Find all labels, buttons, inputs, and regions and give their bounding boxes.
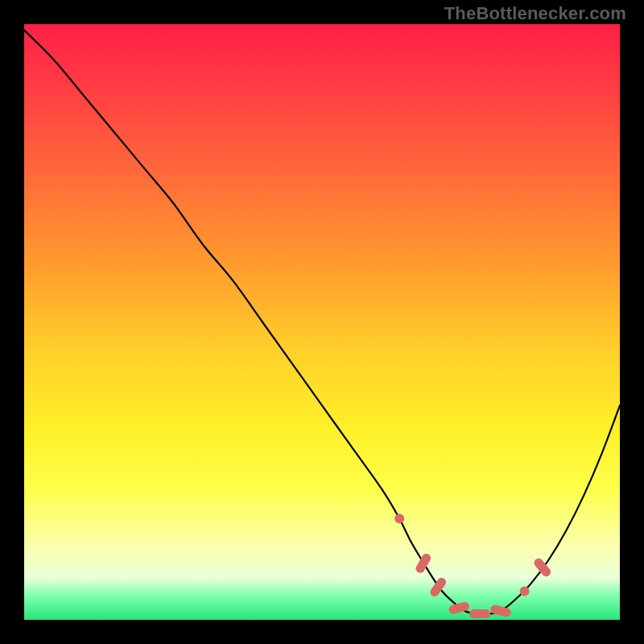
curve-markers: [394, 514, 552, 618]
curve-marker-dash: [469, 609, 490, 618]
attribution-text: TheBottlenecker.com: [444, 3, 626, 24]
curve-marker-dot: [394, 514, 404, 523]
chart-frame: TheBottlenecker.com: [0, 0, 644, 644]
curve-layer: [24, 24, 620, 620]
curve-marker-dash: [448, 601, 470, 615]
curve-marker-dot: [520, 586, 530, 596]
plot-area: [24, 24, 620, 620]
bottleneck-curve: [24, 30, 620, 614]
